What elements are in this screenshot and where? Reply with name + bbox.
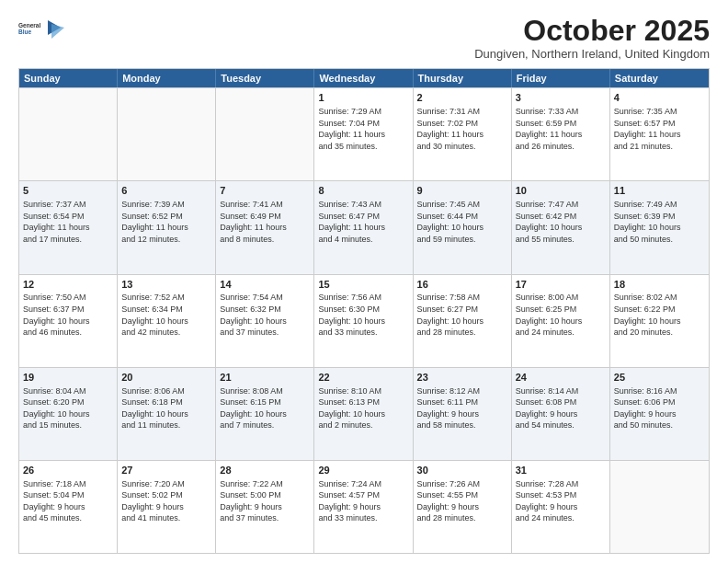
day-number: 8 [318,184,408,198]
calendar-cell: 10Sunrise: 7:47 AM Sunset: 6:42 PM Dayli… [512,181,610,273]
calendar-cell: 22Sunrise: 8:10 AM Sunset: 6:13 PM Dayli… [314,368,413,460]
logo: General Blue [18,15,64,42]
calendar-week: 19Sunrise: 8:04 AM Sunset: 6:20 PM Dayli… [19,367,709,460]
day-info: Sunrise: 7:20 AM Sunset: 5:02 PM Dayligh… [121,478,211,524]
day-info: Sunrise: 7:39 AM Sunset: 6:52 PM Dayligh… [121,199,211,245]
day-number: 21 [220,371,310,385]
day-number: 27 [121,464,211,477]
day-number: 18 [614,278,705,292]
day-number: 30 [417,464,507,477]
calendar-cell-empty [610,461,709,553]
day-info: Sunrise: 8:12 AM Sunset: 6:11 PM Dayligh… [417,385,507,431]
day-info: Sunrise: 7:54 AM Sunset: 6:32 PM Dayligh… [220,292,310,338]
calendar-cell: 29Sunrise: 7:24 AM Sunset: 4:57 PM Dayli… [314,461,413,553]
calendar-body: 1Sunrise: 7:29 AM Sunset: 7:04 PM Daylig… [19,87,709,553]
title-block: October 2025 Dungiven, Northern Ireland,… [474,15,710,61]
calendar-header-cell: Friday [512,69,610,87]
calendar-cell: 16Sunrise: 7:58 AM Sunset: 6:27 PM Dayli… [414,275,512,367]
calendar-header-cell: Thursday [414,69,512,87]
day-info: Sunrise: 7:56 AM Sunset: 6:30 PM Dayligh… [318,292,408,338]
day-info: Sunrise: 7:37 AM Sunset: 6:54 PM Dayligh… [23,199,113,245]
day-info: Sunrise: 7:28 AM Sunset: 4:53 PM Dayligh… [516,478,606,524]
day-number: 20 [121,371,211,385]
day-info: Sunrise: 8:04 AM Sunset: 6:20 PM Dayligh… [23,385,113,431]
day-info: Sunrise: 7:24 AM Sunset: 4:57 PM Dayligh… [318,478,408,524]
calendar-header-cell: Monday [118,69,216,87]
calendar-cell: 1Sunrise: 7:29 AM Sunset: 7:04 PM Daylig… [314,88,413,180]
day-number: 28 [220,464,310,477]
svg-text:General: General [18,22,40,29]
day-info: Sunrise: 7:29 AM Sunset: 7:04 PM Dayligh… [318,106,408,152]
day-number: 6 [121,184,211,198]
calendar-header-cell: Saturday [610,69,709,87]
calendar-cell: 19Sunrise: 8:04 AM Sunset: 6:20 PM Dayli… [19,368,118,460]
day-number: 4 [614,91,705,105]
calendar-week: 1Sunrise: 7:29 AM Sunset: 7:04 PM Daylig… [19,87,709,180]
calendar-cell: 12Sunrise: 7:50 AM Sunset: 6:37 PM Dayli… [19,275,118,367]
day-info: Sunrise: 7:50 AM Sunset: 6:37 PM Dayligh… [23,292,113,338]
calendar-cell: 6Sunrise: 7:39 AM Sunset: 6:52 PM Daylig… [118,181,216,273]
day-number: 7 [220,184,310,198]
day-info: Sunrise: 8:16 AM Sunset: 6:06 PM Dayligh… [614,385,705,431]
calendar-cell-empty [216,88,314,180]
calendar-cell: 24Sunrise: 8:14 AM Sunset: 6:08 PM Dayli… [512,368,610,460]
page: General Blue October 2025 Dungiven, Nort… [0,0,728,563]
calendar-cell: 17Sunrise: 8:00 AM Sunset: 6:25 PM Dayli… [512,275,610,367]
calendar-header-cell: Tuesday [216,69,314,87]
day-number: 10 [516,184,606,198]
day-number: 17 [516,278,606,292]
day-info: Sunrise: 7:31 AM Sunset: 7:02 PM Dayligh… [417,106,507,152]
day-number: 14 [220,278,310,292]
svg-text:Blue: Blue [18,29,31,35]
calendar-cell: 7Sunrise: 7:41 AM Sunset: 6:49 PM Daylig… [216,181,314,273]
day-info: Sunrise: 7:18 AM Sunset: 5:04 PM Dayligh… [23,478,113,524]
calendar-cell-empty [118,88,216,180]
calendar-cell: 2Sunrise: 7:31 AM Sunset: 7:02 PM Daylig… [414,88,512,180]
calendar-cell: 8Sunrise: 7:43 AM Sunset: 6:47 PM Daylig… [314,181,413,273]
calendar-cell: 27Sunrise: 7:20 AM Sunset: 5:02 PM Dayli… [118,461,216,553]
location: Dungiven, Northern Ireland, United Kingd… [474,47,710,61]
calendar-cell: 15Sunrise: 7:56 AM Sunset: 6:30 PM Dayli… [314,275,413,367]
day-info: Sunrise: 8:10 AM Sunset: 6:13 PM Dayligh… [318,385,408,431]
day-number: 15 [318,278,408,292]
calendar-week: 5Sunrise: 7:37 AM Sunset: 6:54 PM Daylig… [19,180,709,273]
calendar-cell: 31Sunrise: 7:28 AM Sunset: 4:53 PM Dayli… [512,461,610,553]
header: General Blue October 2025 Dungiven, Nort… [18,15,710,61]
day-number: 1 [318,91,408,105]
calendar-cell: 11Sunrise: 7:49 AM Sunset: 6:39 PM Dayli… [610,181,709,273]
day-info: Sunrise: 7:26 AM Sunset: 4:55 PM Dayligh… [417,478,507,524]
calendar-cell-empty [19,88,118,180]
day-info: Sunrise: 7:58 AM Sunset: 6:27 PM Dayligh… [417,292,507,338]
calendar-cell: 18Sunrise: 8:02 AM Sunset: 6:22 PM Dayli… [610,275,709,367]
day-info: Sunrise: 8:00 AM Sunset: 6:25 PM Dayligh… [516,292,606,338]
calendar-cell: 14Sunrise: 7:54 AM Sunset: 6:32 PM Dayli… [216,275,314,367]
day-info: Sunrise: 7:33 AM Sunset: 6:59 PM Dayligh… [516,106,606,152]
calendar-cell: 25Sunrise: 8:16 AM Sunset: 6:06 PM Dayli… [610,368,709,460]
calendar-week: 12Sunrise: 7:50 AM Sunset: 6:37 PM Dayli… [19,274,709,367]
day-info: Sunrise: 8:02 AM Sunset: 6:22 PM Dayligh… [614,292,705,338]
calendar-week: 26Sunrise: 7:18 AM Sunset: 5:04 PM Dayli… [19,460,709,553]
calendar-cell: 21Sunrise: 8:08 AM Sunset: 6:15 PM Dayli… [216,368,314,460]
day-number: 22 [318,371,408,385]
day-number: 12 [23,278,113,292]
day-number: 23 [417,371,507,385]
day-number: 26 [23,464,113,477]
calendar-cell: 23Sunrise: 8:12 AM Sunset: 6:11 PM Dayli… [414,368,512,460]
svg-marker-3 [51,24,64,39]
logo-arrow-icon [48,18,64,39]
day-number: 9 [417,184,507,198]
day-number: 2 [417,91,507,105]
day-info: Sunrise: 7:22 AM Sunset: 5:00 PM Dayligh… [220,478,310,524]
calendar-header: SundayMondayTuesdayWednesdayThursdayFrid… [19,69,709,87]
day-number: 11 [614,184,705,198]
day-number: 16 [417,278,507,292]
day-info: Sunrise: 7:47 AM Sunset: 6:42 PM Dayligh… [516,199,606,245]
day-number: 13 [121,278,211,292]
calendar-cell: 13Sunrise: 7:52 AM Sunset: 6:34 PM Dayli… [118,275,216,367]
day-info: Sunrise: 8:08 AM Sunset: 6:15 PM Dayligh… [220,385,310,431]
calendar-cell: 5Sunrise: 7:37 AM Sunset: 6:54 PM Daylig… [19,181,118,273]
calendar-cell: 20Sunrise: 8:06 AM Sunset: 6:18 PM Dayli… [118,368,216,460]
calendar-header-cell: Wednesday [314,69,413,87]
day-info: Sunrise: 7:49 AM Sunset: 6:39 PM Dayligh… [614,199,705,245]
day-number: 25 [614,371,705,385]
